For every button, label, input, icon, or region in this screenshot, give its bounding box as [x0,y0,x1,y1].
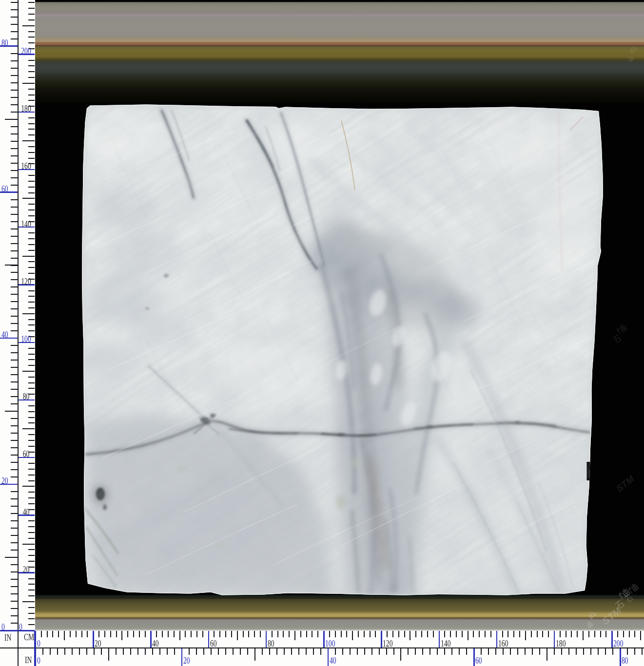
svg-text:STM: STM [614,473,637,494]
